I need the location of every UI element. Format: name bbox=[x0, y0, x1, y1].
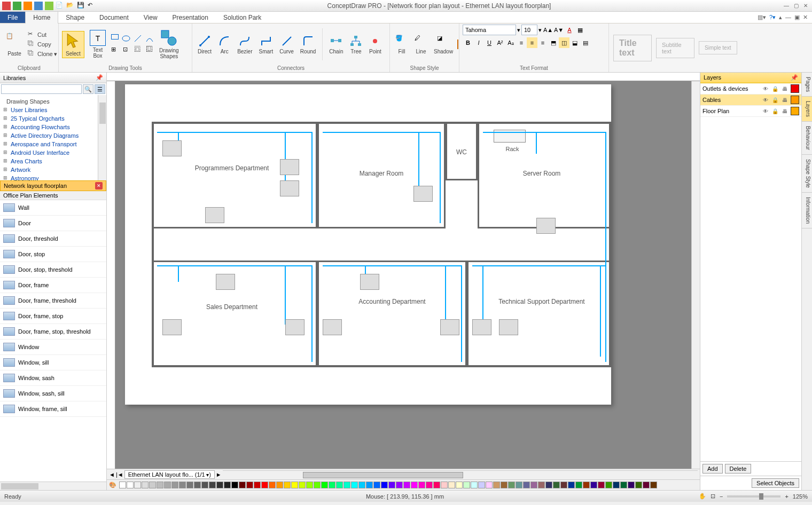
color-swatch[interactable] bbox=[164, 482, 171, 488]
print-icon[interactable]: 🖶 bbox=[781, 107, 788, 115]
library-item[interactable]: Door, threshold bbox=[0, 231, 106, 247]
search-button[interactable]: 🔍 bbox=[83, 84, 93, 94]
pc-shape[interactable] bbox=[162, 319, 182, 335]
color-swatch[interactable] bbox=[254, 482, 261, 488]
qa-icon[interactable] bbox=[13, 2, 21, 10]
tab-home[interactable]: Home bbox=[25, 11, 58, 23]
layer-color[interactable] bbox=[791, 84, 799, 93]
align-center-icon[interactable]: ≡ bbox=[527, 37, 537, 48]
color-swatch[interactable] bbox=[523, 482, 530, 488]
color-swatch[interactable] bbox=[486, 482, 493, 488]
color-swatch[interactable] bbox=[299, 482, 306, 488]
color-swatch[interactable] bbox=[209, 482, 216, 488]
tree-scrollbar[interactable] bbox=[98, 95, 106, 180]
line-tool-icon[interactable] bbox=[134, 34, 142, 43]
page-tab[interactable]: Ethernet LAN layout flo... (1/1 ▾) bbox=[124, 470, 215, 479]
color-swatch[interactable] bbox=[179, 482, 186, 488]
round-connector[interactable]: Round bbox=[298, 34, 318, 56]
color-swatch[interactable] bbox=[276, 482, 283, 488]
color-swatch[interactable] bbox=[239, 482, 246, 488]
color-swatch[interactable] bbox=[456, 482, 463, 488]
color-swatch[interactable] bbox=[403, 482, 410, 488]
color-swatch[interactable] bbox=[381, 482, 388, 488]
pc-shape[interactable] bbox=[499, 319, 518, 335]
color-swatch[interactable] bbox=[269, 482, 276, 488]
color-swatch[interactable] bbox=[171, 482, 178, 488]
sidetab-pages[interactable]: Pages bbox=[802, 73, 812, 97]
delete-layer-button[interactable]: Delete bbox=[725, 464, 752, 474]
color-swatch[interactable] bbox=[201, 482, 208, 488]
preset-subtitle[interactable]: Subtitle text bbox=[656, 38, 694, 58]
color-swatch[interactable] bbox=[291, 482, 298, 488]
subsection-title[interactable]: Office Plan Elements bbox=[0, 191, 106, 200]
library-item[interactable]: Door, stop bbox=[0, 247, 106, 262]
tree-item[interactable]: 25 Typical Orgcharts bbox=[3, 114, 103, 123]
font-family-select[interactable] bbox=[463, 25, 516, 35]
palette-menu-icon[interactable]: 🎨 bbox=[109, 482, 119, 488]
pc-shape[interactable] bbox=[280, 159, 299, 175]
curve-tool-icon[interactable] bbox=[145, 34, 154, 43]
add-layer-button[interactable]: Add bbox=[702, 464, 723, 474]
pc-shape[interactable] bbox=[323, 319, 342, 335]
curve-connector[interactable]: Curve bbox=[277, 34, 296, 56]
arrange-icon[interactable]: ⊡ bbox=[123, 46, 131, 54]
tab-shape[interactable]: Shape bbox=[58, 12, 92, 23]
library-item[interactable]: Door, frame, stop, threshold bbox=[0, 324, 106, 340]
color-swatch[interactable] bbox=[186, 482, 193, 488]
fill-button[interactable]: 🪣Fill bbox=[393, 34, 410, 56]
sidetab-layers[interactable]: Layers bbox=[802, 97, 812, 122]
library-item[interactable]: Wall bbox=[0, 200, 106, 216]
sidetab-shapestyle[interactable]: Shape Style bbox=[802, 155, 812, 193]
direct-connector[interactable]: Direct bbox=[196, 34, 214, 56]
text-block-icon[interactable]: ▤ bbox=[580, 37, 591, 48]
pc-shape[interactable] bbox=[205, 207, 224, 223]
restore-icon[interactable]: ▣ bbox=[794, 14, 800, 21]
valign-top-icon[interactable]: ⬒ bbox=[548, 37, 559, 48]
close-doc-icon[interactable]: ✕ bbox=[803, 14, 808, 21]
color-swatch[interactable] bbox=[530, 482, 537, 488]
canvas-scroll-h[interactable] bbox=[223, 470, 698, 479]
pc-shape[interactable] bbox=[216, 274, 235, 290]
highlight-icon[interactable]: ▦ bbox=[575, 25, 585, 35]
tree-item[interactable]: Area Charts bbox=[3, 157, 103, 165]
visible-icon[interactable]: 👁 bbox=[762, 96, 769, 104]
shadow-button[interactable]: ◪Shadow bbox=[432, 34, 455, 56]
tree-button[interactable]: Tree bbox=[347, 34, 364, 56]
pin-icon[interactable]: 📌 bbox=[791, 74, 798, 81]
font-size-select[interactable] bbox=[521, 25, 537, 35]
color-swatch[interactable] bbox=[194, 482, 201, 488]
pc-shape[interactable] bbox=[162, 140, 182, 156]
tab-view[interactable]: View bbox=[136, 12, 165, 23]
pc-shape[interactable] bbox=[472, 319, 491, 335]
underline-icon[interactable]: U bbox=[484, 37, 495, 48]
valign-mid-icon[interactable]: ◫ bbox=[559, 37, 569, 48]
lock-icon[interactable]: 🔒 bbox=[771, 96, 779, 104]
qa-icon[interactable] bbox=[24, 2, 32, 10]
color-swatch[interactable] bbox=[545, 482, 552, 488]
library-item[interactable]: Door, frame, stop bbox=[0, 309, 106, 324]
lock-icon[interactable]: 🔒 bbox=[771, 107, 779, 115]
select-tool[interactable]: Select bbox=[62, 31, 84, 58]
library-item[interactable]: Window, frame, sill bbox=[0, 401, 106, 417]
tab-document[interactable]: Document bbox=[92, 12, 136, 23]
color-swatch[interactable] bbox=[127, 482, 134, 488]
color-swatch[interactable] bbox=[441, 482, 448, 488]
color-swatch[interactable] bbox=[418, 482, 425, 488]
pc-shape[interactable] bbox=[413, 186, 433, 202]
bezier-connector[interactable]: Bezier bbox=[235, 34, 254, 56]
color-swatch[interactable] bbox=[157, 482, 163, 488]
library-search-input[interactable] bbox=[1, 84, 82, 94]
close-icon[interactable]: ✕ bbox=[801, 3, 810, 9]
undo-icon[interactable]: ↶ bbox=[88, 2, 96, 10]
textbox-tool[interactable]: T Text Box bbox=[87, 29, 109, 60]
color-swatch[interactable] bbox=[336, 482, 343, 488]
color-swatch[interactable] bbox=[388, 482, 395, 488]
color-swatch[interactable] bbox=[471, 482, 478, 488]
drawing-canvas[interactable]: Programmers Department Manager Room WC S… bbox=[115, 81, 691, 469]
window-icon[interactable]: ▥▾ bbox=[758, 14, 766, 21]
color-swatch[interactable] bbox=[216, 482, 223, 488]
rect-tool-icon[interactable] bbox=[111, 34, 119, 40]
file-menu[interactable]: File bbox=[0, 12, 25, 23]
save-icon[interactable]: 💾 bbox=[77, 2, 85, 10]
pc-shape[interactable] bbox=[536, 218, 556, 234]
